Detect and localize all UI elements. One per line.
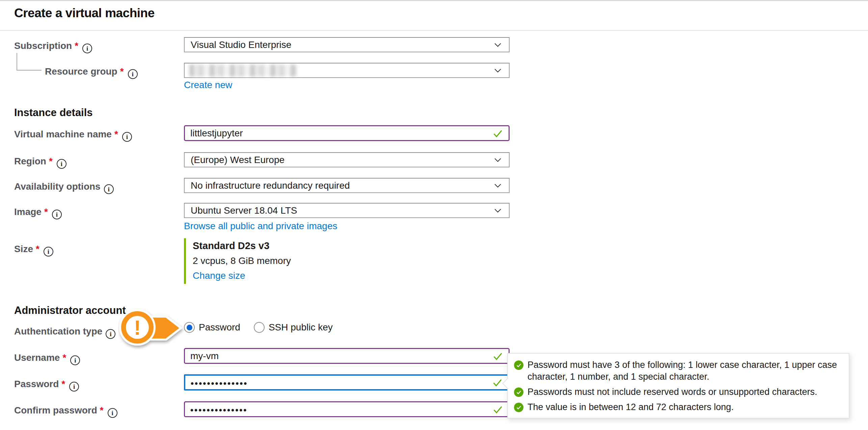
change-size-link[interactable]: Change size bbox=[193, 269, 245, 283]
requirement-text: Password must have 3 of the following: 1… bbox=[527, 359, 844, 383]
username-control bbox=[184, 348, 510, 364]
required-asterisk: * bbox=[120, 66, 124, 77]
check-circle-icon bbox=[514, 403, 523, 412]
image-dropdown[interactable]: Ubuntu Server 18.04 LTS bbox=[184, 203, 510, 218]
password-input[interactable] bbox=[185, 376, 465, 389]
required-asterisk: * bbox=[44, 207, 48, 217]
size-summary: Standard D2s v3 2 vcpus, 8 GiB memory Ch… bbox=[184, 238, 291, 284]
info-icon[interactable]: i bbox=[122, 132, 132, 142]
size-name: Standard D2s v3 bbox=[193, 239, 291, 252]
region-label: Region*i bbox=[14, 156, 66, 169]
password-field bbox=[184, 374, 510, 391]
info-icon[interactable]: i bbox=[104, 184, 114, 194]
browse-images-link[interactable]: Browse all public and private images bbox=[184, 221, 337, 232]
chevron-down-icon bbox=[493, 155, 503, 165]
requirement-item: Passwords must not include reserved word… bbox=[514, 386, 844, 398]
info-icon[interactable]: i bbox=[52, 210, 62, 219]
valid-check-icon bbox=[492, 403, 504, 415]
info-icon[interactable]: i bbox=[82, 44, 92, 53]
vm-name-label: Virtual machine name*i bbox=[14, 129, 132, 142]
info-icon[interactable]: i bbox=[69, 382, 79, 392]
subscription-control: Visual Studio Enterprise bbox=[184, 37, 510, 52]
valid-check-icon bbox=[492, 127, 504, 139]
page-title: Create a virtual machine bbox=[14, 6, 155, 20]
subscription-dropdown[interactable]: Visual Studio Enterprise bbox=[184, 37, 510, 52]
vm-name-input[interactable] bbox=[185, 126, 465, 140]
auth-type-label-text: Authentication type bbox=[14, 326, 102, 337]
region-control: (Europe) West Europe bbox=[184, 152, 510, 167]
image-value: Ubuntu Server 18.04 LTS bbox=[185, 205, 297, 216]
auth-type-label: Authentication typei bbox=[14, 326, 115, 339]
password-label-text: Password bbox=[14, 379, 59, 389]
vm-name-field bbox=[184, 125, 510, 141]
password-control bbox=[184, 374, 510, 391]
info-icon[interactable]: i bbox=[106, 329, 115, 339]
info-icon[interactable]: i bbox=[108, 408, 117, 418]
availability-control: No infrastructure redundancy required bbox=[184, 178, 510, 193]
radio-password[interactable]: Password bbox=[184, 322, 240, 333]
resource-group-redacted-value bbox=[189, 64, 297, 77]
title-divider bbox=[0, 30, 868, 31]
availability-value: No infrastructure redundancy required bbox=[185, 180, 350, 191]
confirm-password-input[interactable] bbox=[185, 402, 465, 416]
radio-ssh-public-key[interactable]: SSH public key bbox=[254, 322, 333, 333]
radio-password-label: Password bbox=[199, 322, 240, 333]
required-asterisk: * bbox=[49, 156, 53, 166]
chevron-down-icon bbox=[493, 65, 503, 76]
radio-dot bbox=[187, 325, 192, 330]
requirement-text: Passwords must not include reserved word… bbox=[527, 386, 817, 398]
size-label: Size*i bbox=[14, 244, 53, 257]
info-icon[interactable]: i bbox=[70, 355, 80, 365]
size-specs: 2 vcpus, 8 GiB memory bbox=[193, 254, 291, 268]
vm-name-label-text: Virtual machine name bbox=[14, 129, 112, 139]
username-input[interactable] bbox=[185, 349, 465, 363]
resource-group-label: Resource group*i bbox=[45, 66, 138, 79]
password-requirements-tooltip: Password must have 3 of the following: 1… bbox=[507, 353, 849, 419]
required-asterisk: * bbox=[75, 41, 78, 51]
confirm-password-label-text: Confirm password bbox=[14, 405, 97, 415]
chevron-down-icon bbox=[493, 40, 503, 50]
password-label: Password*i bbox=[14, 379, 79, 392]
hierarchy-connector-vertical bbox=[17, 53, 17, 71]
svg-text:!: ! bbox=[134, 316, 141, 339]
chevron-down-icon bbox=[493, 206, 503, 216]
resource-group-dropdown[interactable] bbox=[184, 63, 510, 78]
subscription-label: Subscription*i bbox=[14, 41, 92, 53]
valid-check-icon bbox=[492, 350, 504, 362]
required-asterisk: * bbox=[114, 129, 118, 139]
resource-group-label-text: Resource group bbox=[45, 66, 117, 77]
radio-ssh-label: SSH public key bbox=[269, 322, 333, 333]
attention-pointer-icon: ! bbox=[118, 306, 186, 350]
availability-dropdown[interactable]: No infrastructure redundancy required bbox=[184, 178, 510, 193]
required-asterisk: * bbox=[100, 405, 104, 415]
info-icon[interactable]: i bbox=[44, 247, 53, 257]
info-icon[interactable]: i bbox=[57, 159, 66, 169]
username-field bbox=[184, 348, 510, 364]
image-label: Image*i bbox=[14, 207, 62, 219]
auth-type-radio-group: Password SSH public key bbox=[184, 322, 333, 333]
top-border bbox=[0, 0, 868, 1]
confirm-password-label: Confirm password*i bbox=[14, 405, 117, 418]
valid-check-icon bbox=[491, 376, 504, 388]
requirement-item: The value is in between 12 and 72 charac… bbox=[514, 401, 844, 413]
region-dropdown[interactable]: (Europe) West Europe bbox=[184, 152, 510, 167]
admin-account-heading: Administrator account bbox=[14, 304, 126, 317]
create-new-link[interactable]: Create new bbox=[184, 80, 232, 90]
info-icon[interactable]: i bbox=[128, 69, 138, 79]
availability-label-text: Availability options bbox=[14, 181, 101, 192]
username-label-text: Username bbox=[14, 352, 60, 363]
check-circle-icon bbox=[514, 360, 523, 370]
required-asterisk: * bbox=[36, 244, 39, 254]
region-value: (Europe) West Europe bbox=[185, 155, 284, 165]
image-label-text: Image bbox=[14, 207, 42, 217]
instance-details-heading: Instance details bbox=[14, 107, 93, 119]
region-label-text: Region bbox=[14, 156, 46, 166]
resource-group-control bbox=[184, 63, 510, 78]
chevron-down-icon bbox=[493, 181, 503, 191]
username-label: Username*i bbox=[14, 352, 80, 365]
availability-label: Availability optionsi bbox=[14, 181, 114, 194]
hierarchy-connector-horizontal bbox=[17, 70, 42, 71]
confirm-password-control bbox=[184, 401, 510, 417]
check-circle-icon bbox=[514, 387, 523, 397]
requirement-text: The value is in between 12 and 72 charac… bbox=[527, 401, 734, 413]
